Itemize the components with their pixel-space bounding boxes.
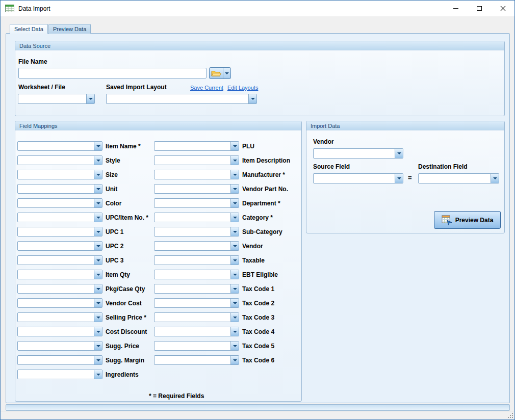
mapping-dropdown[interactable] [17, 155, 102, 165]
mapping-label: Size [106, 171, 118, 178]
worksheet-file-dropdown[interactable] [18, 94, 95, 104]
mapping-dropdown[interactable] [154, 184, 239, 194]
mapping-dropdown-value [154, 299, 230, 307]
browse-folder-button[interactable] [209, 67, 231, 79]
mapping-dropdown[interactable] [17, 298, 102, 308]
mapping-dropdown[interactable] [17, 241, 102, 251]
layout-links: Save Current Edit Layouts [190, 85, 261, 91]
mapping-dropdown-value [154, 170, 230, 179]
preview-data-button[interactable]: Preview Data [434, 211, 501, 229]
edit-layouts-link[interactable]: Edit Layouts [227, 85, 259, 91]
chevron-down-icon [230, 299, 239, 307]
close-button[interactable] [491, 1, 514, 16]
mapping-dropdown[interactable] [17, 355, 102, 365]
mapping-dropdown-value [18, 270, 94, 279]
mapping-dropdown-value [18, 185, 94, 193]
mapping-row: Category * [154, 213, 290, 222]
tabstrip: Select Data Preview Data [10, 24, 91, 34]
status-bar [1, 411, 514, 419]
mapping-dropdown[interactable] [17, 184, 102, 194]
minimize-icon [453, 8, 458, 9]
folder-icon [210, 68, 223, 78]
source-field-dropdown[interactable] [313, 173, 403, 183]
spreadsheet-table-icon [442, 215, 452, 225]
chevron-down-icon [94, 156, 102, 165]
mapping-row: Cost Discount [17, 327, 148, 336]
mapping-dropdown[interactable] [17, 327, 102, 336]
mapping-row: Sub-Category [154, 227, 290, 237]
mapping-dropdown[interactable] [154, 155, 239, 165]
file-name-input[interactable] [18, 68, 207, 78]
mapping-dropdown[interactable] [154, 341, 239, 351]
chevron-down-icon [230, 213, 239, 222]
required-fields-note: * = Required Fields [149, 392, 204, 400]
mapping-label: Vendor Cost [106, 300, 142, 307]
mapping-dropdown[interactable] [17, 141, 102, 151]
mapping-row: Color [17, 198, 148, 208]
mapping-dropdown[interactable] [17, 170, 102, 179]
mapping-dropdown[interactable] [154, 284, 239, 294]
mapping-dropdown[interactable] [17, 213, 102, 222]
mapping-row: Size [17, 170, 148, 179]
mapping-row: Selling Price * [17, 312, 148, 322]
tab-select-data[interactable]: Select Data [10, 24, 48, 34]
mapping-dropdown[interactable] [154, 213, 239, 222]
mapping-dropdown[interactable] [154, 170, 239, 179]
destination-field-label: Destination Field [418, 163, 468, 170]
chevron-down-icon [230, 256, 239, 265]
vendor-dropdown[interactable] [313, 148, 403, 159]
mapping-dropdown[interactable] [17, 284, 102, 294]
mapping-dropdown-value [154, 142, 230, 150]
mapping-row: Department * [154, 198, 290, 208]
chevron-down-icon [94, 327, 102, 336]
mapping-dropdown[interactable] [154, 227, 239, 237]
mapping-dropdown-value [18, 327, 94, 336]
mapping-dropdown[interactable] [154, 241, 239, 251]
mapping-dropdown-value [18, 299, 94, 307]
mapping-dropdown[interactable] [154, 255, 239, 265]
chevron-down-icon [94, 370, 102, 379]
minimize-button[interactable] [444, 1, 468, 16]
mapping-dropdown[interactable] [154, 270, 239, 279]
mapping-dropdown-value [154, 227, 230, 236]
chevron-down-icon [94, 299, 102, 307]
mapping-label: Item Qty [106, 271, 130, 278]
worksheet-file-label: Worksheet / File [18, 84, 65, 91]
maximize-icon [477, 6, 482, 11]
spreadsheet-app-icon [5, 5, 14, 12]
field-mappings-group-header: Field Mappings [15, 121, 301, 130]
tab-preview-data[interactable]: Preview Data [48, 24, 91, 34]
mapping-label: Category * [242, 214, 273, 221]
mapping-dropdown[interactable] [17, 198, 102, 208]
mapping-dropdown[interactable] [154, 312, 239, 322]
mapping-dropdown[interactable] [154, 298, 239, 308]
mapping-label: Taxable [242, 257, 265, 264]
mapping-dropdown[interactable] [17, 341, 102, 351]
mapping-dropdown[interactable] [154, 141, 239, 151]
resize-grip-icon[interactable] [507, 412, 514, 419]
chevron-down-icon [248, 94, 256, 103]
save-current-link[interactable]: Save Current [190, 85, 223, 91]
chevron-down-icon [86, 94, 94, 103]
mapping-dropdown[interactable] [154, 327, 239, 336]
mapping-row: Manufacturer * [154, 170, 290, 179]
chevron-down-icon [230, 356, 239, 364]
mapping-label: EBT Eligible [242, 271, 278, 278]
chevron-down-icon [230, 156, 239, 165]
mapping-dropdown[interactable] [154, 198, 239, 208]
saved-import-layout-dropdown[interactable] [106, 94, 257, 104]
mapping-dropdown[interactable] [17, 227, 102, 237]
mapping-label: Vendor [242, 243, 263, 250]
maximize-button[interactable] [468, 1, 491, 16]
mapping-dropdown[interactable] [17, 370, 102, 379]
chevron-down-icon [395, 174, 403, 183]
destination-field-dropdown[interactable] [418, 173, 499, 183]
mapping-dropdown[interactable] [17, 312, 102, 322]
chevron-down-icon [94, 170, 102, 179]
mapping-dropdown[interactable] [154, 355, 239, 365]
mapping-dropdown[interactable] [17, 255, 102, 265]
chevron-down-icon [94, 213, 102, 222]
mapping-row: Tax Code 5 [154, 341, 290, 351]
mapping-row: Ingredients [17, 370, 148, 379]
mapping-dropdown[interactable] [17, 270, 102, 279]
